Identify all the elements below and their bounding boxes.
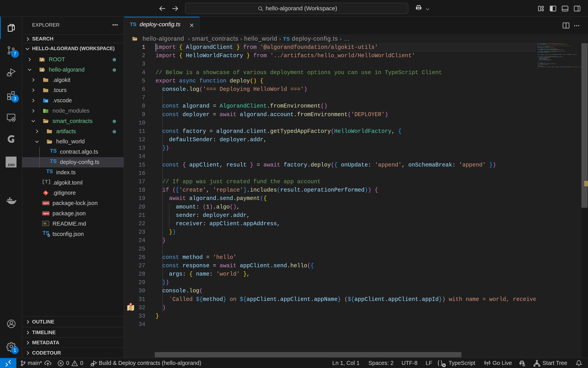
svg-text:js: js	[46, 111, 47, 113]
